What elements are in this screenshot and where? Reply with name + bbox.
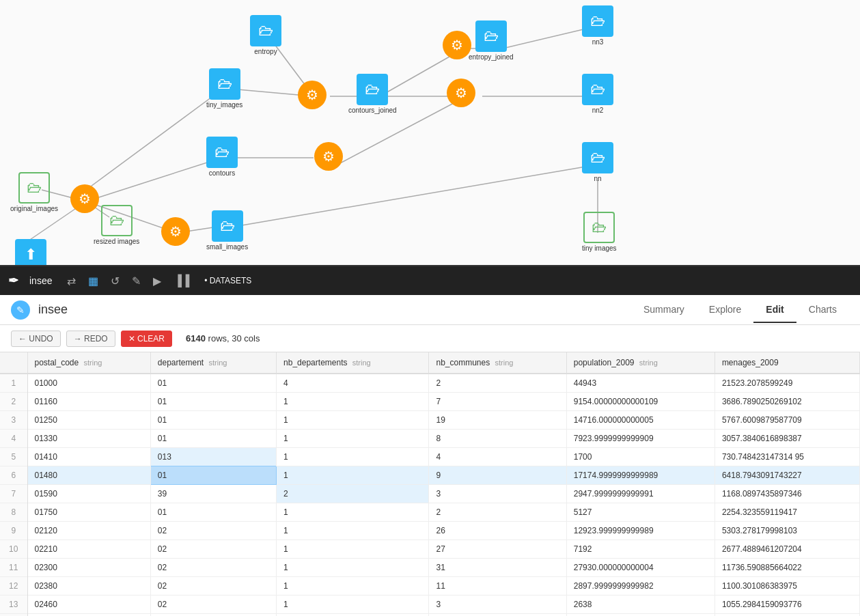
cell-menages_2009[interactable]: 5303.278179998103 <box>715 522 859 540</box>
cell-nb_departements[interactable]: 1 <box>277 411 429 430</box>
cell-postal_code[interactable]: 02120 <box>27 522 150 540</box>
table-row[interactable]: 801750011251272254.323559119417 <box>0 503 860 522</box>
cell-population_2009[interactable]: 2638 <box>566 596 715 614</box>
node-resized-images[interactable]: 🗁 resized images <box>94 205 139 245</box>
cell-postal_code[interactable]: 01160 <box>27 393 150 411</box>
cell-nb_communes[interactable]: 8 <box>429 430 566 448</box>
cell-postal_code[interactable]: 02210 <box>27 540 150 559</box>
cell-nb_communes[interactable]: 1 <box>429 614 566 617</box>
cell-population_2009[interactable]: 7923.9999999999909 <box>566 430 715 448</box>
cell-nb_communes[interactable]: 27 <box>429 540 566 559</box>
cell-nb_departements[interactable]: 2 <box>277 485 429 503</box>
cell-menages_2009[interactable]: 581.61606461740803 <box>715 614 859 617</box>
cell-nb_communes[interactable]: 2 <box>429 503 566 522</box>
cell-postal_code[interactable]: 02460 <box>27 596 150 614</box>
node-contours[interactable]: 🗁 contours <box>206 137 238 177</box>
cell-nb_communes[interactable]: 3 <box>429 596 566 614</box>
cell-postal_code[interactable]: 02380 <box>27 577 150 596</box>
cell-nb_communes[interactable]: 31 <box>429 559 566 577</box>
cell-departement[interactable]: 02 <box>150 559 276 577</box>
tab-charts[interactable]: Charts <box>796 297 849 323</box>
cell-postal_code[interactable]: 01410 <box>27 448 150 466</box>
cell-postal_code[interactable]: 02550 <box>27 614 150 617</box>
cell-menages_2009[interactable]: 2254.323559119417 <box>715 503 859 522</box>
cell-nb_departements[interactable]: 1 <box>277 393 429 411</box>
cell-menages_2009[interactable]: 11736.590885664022 <box>715 559 859 577</box>
cell-menages_2009[interactable]: 730.748423147314 95 <box>715 448 859 466</box>
table-row[interactable]: 501410013141700730.748423147314 95 <box>0 448 860 466</box>
node-op6[interactable]: ⚙ <box>447 79 475 107</box>
toolbar-run-icon[interactable]: ▶ <box>150 273 164 289</box>
cell-departement[interactable]: 013 <box>150 448 276 466</box>
edit-pencil-btn[interactable]: ✎ <box>11 300 30 320</box>
node-op5[interactable]: ⚙ <box>443 31 471 59</box>
cell-postal_code[interactable]: 01590 <box>27 485 150 503</box>
cell-menages_2009[interactable]: 21523.2078599249 <box>715 374 859 393</box>
cell-departement[interactable]: 02 <box>150 596 276 614</box>
col-header-nb-departements[interactable]: nb_departements string <box>277 352 429 374</box>
cell-population_2009[interactable]: 27930.000000000004 <box>566 559 715 577</box>
table-container[interactable]: postal_code string departement string nb… <box>0 352 860 616</box>
node-tiny-images2[interactable]: 🗁 tiny images <box>582 212 617 252</box>
cell-menages_2009[interactable]: 1168.0897435897346 <box>715 485 859 503</box>
cell-nb_departements[interactable]: 1 <box>277 540 429 559</box>
cell-population_2009[interactable]: 7192 <box>566 540 715 559</box>
table-row[interactable]: 601480011917174.99999999999896418.794309… <box>0 466 860 485</box>
cell-nb_departements[interactable]: 1 <box>277 559 429 577</box>
toolbar-sync-icon[interactable]: ⇄ <box>64 273 79 289</box>
node-small-images[interactable]: 🗁 small_images <box>206 210 248 251</box>
cell-population_2009[interactable]: 14716.000000000005 <box>566 411 715 430</box>
cell-departement[interactable]: 01 <box>150 466 276 485</box>
cell-departement[interactable]: 02 <box>150 540 276 559</box>
table-row[interactable]: 70159039232947.99999999999911168.0897435… <box>0 485 860 503</box>
node-contours-joined[interactable]: 🗁 contours_joined <box>348 74 396 114</box>
col-header-menages-2009[interactable]: menages_2009 <box>715 352 859 374</box>
cell-nb_communes[interactable]: 9 <box>429 466 566 485</box>
node-op3[interactable]: ⚙ <box>298 81 327 109</box>
table-row[interactable]: 9021200212612923.9999999999895303.278179… <box>0 522 860 540</box>
col-header-departement[interactable]: departement string <box>150 352 276 374</box>
cell-nb_communes[interactable]: 7 <box>429 393 566 411</box>
node-nn[interactable]: 🗁 nn <box>582 142 613 182</box>
cell-postal_code[interactable]: 02300 <box>27 559 150 577</box>
node-train-with-images[interactable]: ⬆ train_with_images <box>7 239 55 266</box>
redo-button[interactable]: → REDO <box>66 331 115 347</box>
cell-menages_2009[interactable]: 2677.4889461207204 <box>715 540 859 559</box>
cell-nb_communes[interactable]: 19 <box>429 411 566 430</box>
cell-nb_departements[interactable]: 1 <box>277 596 429 614</box>
cell-departement[interactable]: 01 <box>150 393 276 411</box>
cell-nb_communes[interactable]: 3 <box>429 485 566 503</box>
cell-population_2009[interactable]: 44943 <box>566 374 715 393</box>
cell-nb_communes[interactable]: 26 <box>429 522 566 540</box>
cell-postal_code[interactable]: 01330 <box>27 430 150 448</box>
cell-nb_communes[interactable]: 11 <box>429 577 566 596</box>
node-tiny-images[interactable]: 🗁 tiny_images <box>206 68 242 109</box>
cell-menages_2009[interactable]: 1055.2984159093776 <box>715 596 859 614</box>
table-row[interactable]: 20116001179154.000000000001093686.789025… <box>0 393 860 411</box>
cell-population_2009[interactable]: 17174.9999999999989 <box>566 466 715 485</box>
table-row[interactable]: 40133001187923.99999999999093057.3840616… <box>0 430 860 448</box>
table-row[interactable]: 11023000213127930.00000000000411736.5908… <box>0 559 860 577</box>
cell-population_2009[interactable]: 12923.999999999989 <box>566 522 715 540</box>
col-header-population-2009[interactable]: population_2009 string <box>566 352 715 374</box>
cell-menages_2009[interactable]: 5767.6009879587709 <box>715 411 859 430</box>
cell-population_2009[interactable]: 1535 <box>566 614 715 617</box>
cell-menages_2009[interactable]: 1100.301086383975 <box>715 577 859 596</box>
cell-nb_departements[interactable]: 1 <box>277 522 429 540</box>
cell-postal_code[interactable]: 01000 <box>27 374 150 393</box>
table-row[interactable]: 1302460021326381055.2984159093776 <box>0 596 860 614</box>
clear-button[interactable]: ✕ CLEAR <box>121 331 172 347</box>
cell-departement[interactable]: 01 <box>150 503 276 522</box>
table-row[interactable]: 10022100212771922677.4889461207204 <box>0 540 860 559</box>
cell-nb_communes[interactable]: 4 <box>429 448 566 466</box>
toolbar-edit-icon[interactable]: ✎ <box>129 273 143 289</box>
col-header-postal-code[interactable]: postal_code string <box>27 352 150 374</box>
table-row[interactable]: 10100001424494321523.2078599249 <box>0 374 860 393</box>
cell-nb_departements[interactable]: 1 <box>277 466 429 485</box>
cell-menages_2009[interactable]: 3057.3840616898387 <box>715 430 859 448</box>
cell-nb_departements[interactable]: 1 <box>277 503 429 522</box>
cell-departement[interactable]: 01 <box>150 374 276 393</box>
toolbar-refresh-icon[interactable]: ↺ <box>108 273 122 289</box>
node-op4[interactable]: ⚙ <box>314 142 343 171</box>
toolbar-chart-icon[interactable]: ▐▐ <box>171 273 192 288</box>
